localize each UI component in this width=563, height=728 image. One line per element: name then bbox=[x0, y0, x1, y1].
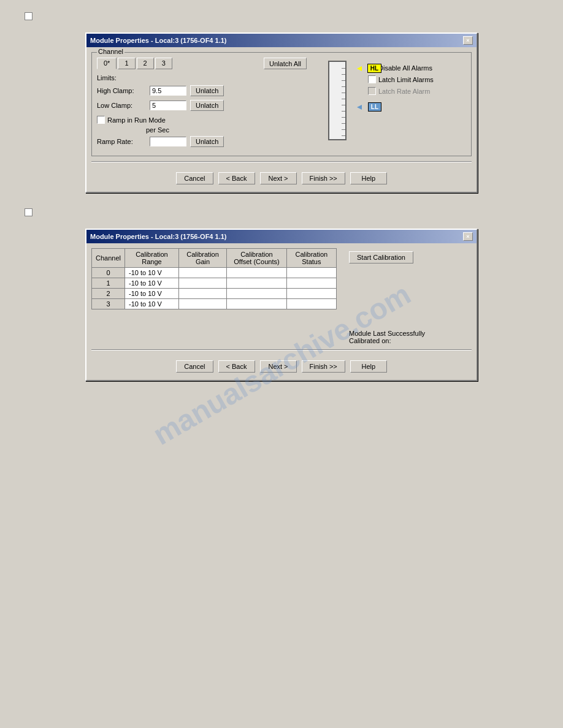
gain-2 bbox=[178, 289, 226, 299]
latch-rate-label: Latch Rate Alarm bbox=[378, 88, 430, 95]
low-clamp-row: Low Clamp: Unlatch bbox=[97, 100, 307, 111]
tab-channel-1[interactable]: 1 bbox=[118, 58, 135, 69]
ramp-rate-label: Ramp Rate: bbox=[97, 138, 146, 145]
ramp-rate-row: Ramp Rate: Unlatch bbox=[97, 136, 307, 147]
dialog1-next-button[interactable]: Next > bbox=[260, 172, 297, 184]
gain-1 bbox=[178, 278, 226, 289]
separator-2 bbox=[91, 349, 472, 351]
low-clamp-input[interactable] bbox=[150, 100, 186, 110]
high-clamp-unlatch-button[interactable]: Unlatch bbox=[190, 85, 224, 96]
table-row: 1 -10 to 10 V bbox=[92, 278, 337, 289]
gain-3 bbox=[178, 299, 226, 309]
high-clamp-input[interactable] bbox=[150, 86, 186, 96]
status-0 bbox=[286, 268, 336, 278]
gauge-area: HL bbox=[313, 58, 362, 151]
calibration-table-area: Channel Calibration Range Calibration Ga… bbox=[91, 248, 337, 344]
latch-rate-checkbox bbox=[368, 87, 376, 95]
offset-2 bbox=[227, 289, 287, 299]
channel-2: 2 bbox=[92, 289, 125, 299]
dialog2-help-button[interactable]: Help bbox=[350, 360, 387, 373]
dialog2-cancel-button[interactable]: Cancel bbox=[176, 360, 213, 373]
status-3 bbox=[286, 299, 336, 309]
high-clamp-label: High Clamp: bbox=[97, 87, 146, 94]
offset-3 bbox=[227, 299, 287, 309]
col-header-offset: Calibration Offset (Counts) bbox=[227, 249, 287, 268]
calibrated-on-label: Calibrated on: bbox=[349, 337, 425, 344]
gain-0 bbox=[178, 268, 226, 278]
ramp-checkbox-label: Ramp in Run Mode bbox=[107, 116, 166, 124]
per-sec-label: per Sec bbox=[146, 126, 169, 134]
range-1: -10 to 10 V bbox=[124, 278, 178, 289]
range-2: -10 to 10 V bbox=[124, 289, 178, 299]
dialog1-cancel-button[interactable]: Cancel bbox=[176, 172, 213, 184]
range-3: -10 to 10 V bbox=[124, 299, 178, 309]
dialog-2: Module Properties - Local:3 (1756-OF4 1.… bbox=[85, 229, 478, 381]
alarm-options: Disable All Alarms Latch Limit Alarms La… bbox=[368, 58, 466, 151]
calibration-table: Channel Calibration Range Calibration Ga… bbox=[91, 248, 337, 309]
latch-limit-label: Latch Limit Alarms bbox=[378, 76, 434, 83]
corner-checkbox-1[interactable] bbox=[25, 12, 33, 20]
dialog1-back-button[interactable]: < Back bbox=[218, 172, 255, 184]
dialog2-btn-row: Cancel < Back Next > Finish >> Help bbox=[91, 355, 472, 375]
offset-1 bbox=[227, 278, 287, 289]
low-clamp-label: Low Clamp: bbox=[97, 102, 146, 109]
col-header-channel: Channel bbox=[92, 249, 125, 268]
tab-channel-3[interactable]: 3 bbox=[155, 58, 172, 69]
table-row: 2 -10 to 10 V bbox=[92, 289, 337, 299]
low-clamp-unlatch-button[interactable]: Unlatch bbox=[190, 100, 224, 111]
channel-3: 3 bbox=[92, 299, 125, 309]
ramp-checkbox[interactable] bbox=[97, 116, 105, 124]
channel-group-label: Channel bbox=[97, 48, 124, 55]
dialog1-btn-row: Cancel < Back Next > Finish >> Help bbox=[91, 167, 472, 187]
table-row: 3 -10 to 10 V bbox=[92, 299, 337, 309]
gauge-body bbox=[328, 61, 347, 140]
dialog-1-close-button[interactable]: × bbox=[463, 36, 473, 45]
col-header-status: Calibration Status bbox=[286, 249, 336, 268]
dialog2-back-button[interactable]: < Back bbox=[218, 360, 255, 373]
channel-1: 1 bbox=[92, 278, 125, 289]
module-last-label: Module Last Successfully bbox=[349, 330, 425, 337]
gauge-hl-label: HL bbox=[367, 64, 381, 73]
latch-rate-row: Latch Rate Alarm bbox=[368, 87, 466, 95]
calibration-controls: Start Calibration Module Last Successful… bbox=[349, 248, 472, 344]
dialog2-body: Channel Calibration Range Calibration Ga… bbox=[91, 248, 472, 344]
gauge-ll-arrow bbox=[357, 105, 362, 110]
channel-group: Channel 0* 1 2 3 Unlatch All bbox=[91, 52, 472, 156]
dialog1-finish-button[interactable]: Finish >> bbox=[302, 172, 345, 184]
tab-channel-0[interactable]: 0* bbox=[97, 58, 117, 69]
range-0: -10 to 10 V bbox=[124, 268, 178, 278]
gauge-hl-arrow bbox=[357, 66, 362, 71]
disable-alarms-row[interactable]: Disable All Alarms bbox=[368, 64, 466, 72]
gauge-ll-label: LL bbox=[368, 102, 381, 112]
channel-tab-row: 0* 1 2 3 Unlatch All bbox=[97, 58, 307, 69]
status-1 bbox=[286, 278, 336, 289]
dialog-1: Module Properties - Local:3 (1756-OF4 1.… bbox=[85, 32, 478, 193]
separator-1 bbox=[91, 161, 472, 162]
dialog-1-titlebar: Module Properties - Local:3 (1756-OF4 1.… bbox=[86, 34, 477, 47]
col-header-range: Calibration Range bbox=[124, 249, 178, 268]
start-calibration-button[interactable]: Start Calibration bbox=[349, 251, 413, 264]
unlatch-all-button[interactable]: Unlatch All bbox=[264, 58, 307, 69]
corner-checkbox-2[interactable] bbox=[25, 208, 33, 216]
latch-limit-checkbox[interactable] bbox=[368, 75, 376, 83]
dialog2-next-button[interactable]: Next > bbox=[260, 360, 297, 373]
table-row: 0 -10 to 10 V bbox=[92, 268, 337, 278]
dialog2-finish-button[interactable]: Finish >> bbox=[302, 360, 345, 373]
latch-limit-row[interactable]: Latch Limit Alarms bbox=[368, 75, 466, 83]
dialog1-help-button[interactable]: Help bbox=[350, 172, 387, 184]
disable-alarms-label: Disable All Alarms bbox=[378, 64, 432, 72]
tab-channel-2[interactable]: 2 bbox=[137, 58, 154, 69]
col-header-gain: Calibration Gain bbox=[178, 249, 226, 268]
channel-0: 0 bbox=[92, 268, 125, 278]
limits-label: Limits: bbox=[97, 74, 117, 82]
high-clamp-row: High Clamp: Unlatch bbox=[97, 85, 307, 96]
ramp-rate-unlatch-button[interactable]: Unlatch bbox=[190, 136, 224, 147]
ramp-rate-input[interactable] bbox=[150, 137, 186, 146]
dialog-2-titlebar: Module Properties - Local:3 (1756-OF4 1.… bbox=[86, 230, 477, 243]
gauge-display: HL bbox=[319, 61, 356, 140]
status-2 bbox=[286, 289, 336, 299]
dialog-2-title: Module Properties - Local:3 (1756-OF4 1.… bbox=[90, 233, 463, 240]
offset-0 bbox=[227, 268, 287, 278]
dialog-2-close-button[interactable]: × bbox=[463, 232, 473, 241]
dialog-1-title: Module Properties - Local:3 (1756-OF4 1.… bbox=[90, 37, 463, 44]
